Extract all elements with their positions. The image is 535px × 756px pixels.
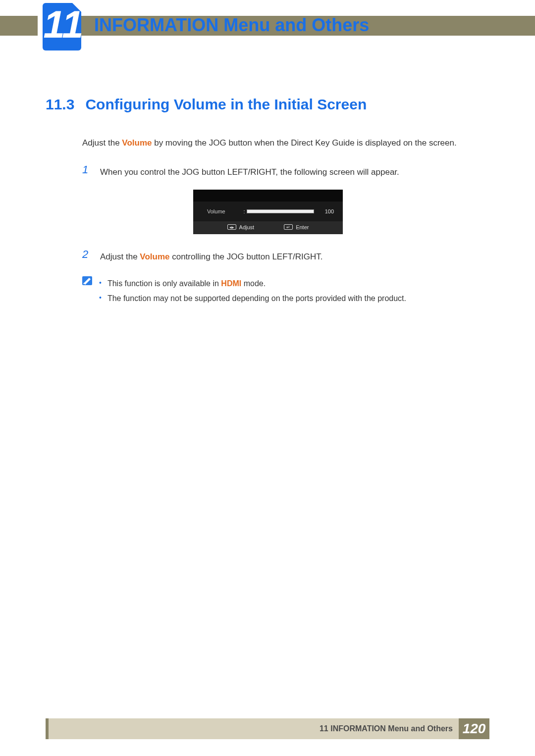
note-bullet-1: This function is only available in HDMI …: [99, 276, 406, 291]
note-icon: [82, 276, 92, 285]
osd-enter-legend: ↵ Enter: [284, 224, 309, 230]
section-number: 11.3: [46, 96, 74, 113]
osd-volume-bar: [247, 209, 314, 213]
osd-volume-row: Volume : 100: [193, 202, 343, 221]
osd-header-strip: [193, 190, 343, 202]
step-2-pre: Adjust the: [100, 252, 140, 261]
step-2: 2 Adjust the Volume controlling the JOG …: [82, 248, 489, 263]
enter-icon: ↵: [284, 224, 293, 230]
osd-adjust-legend: ◂▸ Adjust: [227, 224, 255, 230]
note-block: This function is only available in HDMI …: [82, 276, 489, 306]
section-title: Configuring Volume in the Initial Screen: [85, 96, 367, 113]
osd-legend-row: ◂▸ Adjust ↵ Enter: [193, 221, 343, 234]
step-2-number: 2: [82, 248, 91, 263]
left-right-arrows-icon: ◂▸: [227, 224, 236, 230]
osd-colon: :: [242, 208, 247, 214]
step-1: 1 When you control the JOG button LEFT/R…: [82, 163, 489, 179]
intro-pre: Adjust the: [82, 138, 122, 148]
note-2-text: The function may not be supported depend…: [107, 291, 406, 306]
note-1-keyword: HDMI: [221, 279, 241, 288]
step-2-text: Adjust the Volume controlling the JOG bu…: [100, 248, 322, 263]
step-1-number: 1: [82, 163, 91, 179]
page-footer: 11 INFORMATION Menu and Others 120: [46, 718, 489, 739]
osd-enter-label: Enter: [296, 224, 309, 230]
osd-adjust-label: Adjust: [239, 224, 255, 230]
note-bullet-2: The function may not be supported depend…: [99, 291, 406, 306]
chapter-title: INFORMATION Menu and Others: [94, 15, 369, 36]
chapter-badge: 11: [43, 3, 81, 50]
chapter-number: 11: [43, 5, 81, 44]
footer-page-number: 120: [459, 718, 489, 739]
step-2-post: controlling the JOG button LEFT/RIGHT.: [169, 252, 322, 261]
footer-label: 11 INFORMATION Menu and Others: [49, 718, 459, 739]
intro-post: by moving the JOG button when the Direct…: [152, 138, 456, 148]
step-2-keyword: Volume: [140, 252, 169, 261]
osd-volume-label: Volume: [207, 208, 242, 214]
intro-paragraph: Adjust the Volume by moving the JOG butt…: [82, 137, 489, 150]
intro-keyword: Volume: [122, 138, 152, 148]
osd-volume-value: 100: [314, 208, 334, 214]
osd-figure: Volume : 100 ◂▸ Adjust ↵ Enter: [193, 190, 343, 234]
note-1-pre: This function is only available in: [107, 279, 221, 288]
note-1-post: mode.: [241, 279, 266, 288]
section-heading: 11.3 Configuring Volume in the Initial S…: [46, 96, 489, 113]
step-1-text: When you control the JOG button LEFT/RIG…: [100, 163, 399, 179]
